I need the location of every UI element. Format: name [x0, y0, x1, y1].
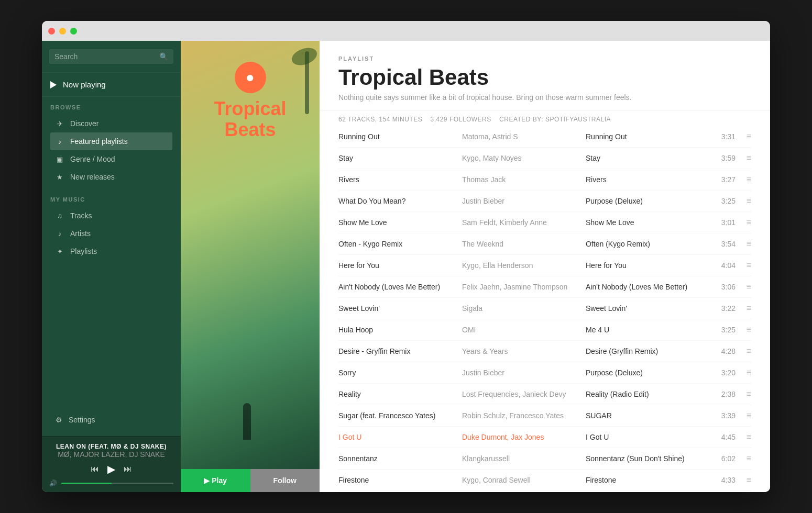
track-artist: Robin Schulz, Francesco Yates: [462, 411, 586, 420]
track-menu-icon[interactable]: ≡: [736, 175, 751, 184]
track-row[interactable]: Stay Kygo, Maty Noyes Stay 3:59 ≡: [338, 148, 751, 169]
track-row[interactable]: Sorry Justin Bieber Purpose (Deluxe) 3:2…: [338, 362, 751, 384]
track-row[interactable]: Rivers Thomas Jack Rivers 3:27 ≡: [338, 169, 751, 191]
track-menu-icon[interactable]: ≡: [736, 475, 751, 485]
track-menu-icon[interactable]: ≡: [736, 132, 751, 141]
title-bar: [42, 21, 770, 41]
playlist-header: PLAYLIST Tropical Beats Nothing quite sa…: [320, 41, 770, 110]
track-menu-icon[interactable]: ≡: [736, 304, 751, 313]
maximize-button[interactable]: [70, 28, 77, 35]
track-album: Rivers: [586, 175, 709, 184]
next-button[interactable]: ⏭: [124, 464, 132, 474]
track-menu-icon[interactable]: ≡: [736, 411, 751, 420]
player-controls: ⏮ ▶ ⏭: [49, 463, 173, 475]
play-pause-button[interactable]: ▶: [107, 463, 115, 475]
track-row[interactable]: Reality Lost Frequencies, Janieck Devy R…: [338, 384, 751, 405]
track-duration: 2:38: [709, 390, 736, 398]
follow-button[interactable]: Follow: [250, 469, 320, 492]
playlist-label: PLAYLIST: [338, 55, 751, 62]
sidebar-item-label: Tracks: [70, 211, 92, 220]
search-input[interactable]: [54, 52, 159, 61]
track-menu-icon[interactable]: ≡: [736, 454, 751, 463]
browse-section: BROWSE ✈ Discover ♪ Featured playlists ▣…: [42, 97, 181, 189]
track-menu-icon[interactable]: ≡: [736, 239, 751, 249]
track-menu-icon[interactable]: ≡: [736, 347, 751, 356]
track-artist: Years & Years: [462, 347, 586, 355]
followers-count: 3,429 FOLLOWERS: [431, 116, 491, 123]
track-duration: 4:45: [709, 433, 736, 441]
track-artist: Justin Bieber: [462, 369, 586, 377]
track-menu-icon[interactable]: ≡: [736, 218, 751, 227]
minimize-button[interactable]: [59, 28, 66, 35]
track-row[interactable]: What Do You Mean? Justin Bieber Purpose …: [338, 191, 751, 212]
track-row[interactable]: Firestone Kygo, Conrad Sewell Firestone …: [338, 470, 751, 491]
track-row[interactable]: Running Out Matoma, Astrid S Running Out…: [338, 126, 751, 148]
tracks-count: 62 TRACKS, 154 MINUTES: [338, 116, 422, 123]
play-button[interactable]: ▶ Play: [181, 469, 250, 492]
track-menu-icon[interactable]: ≡: [736, 153, 751, 163]
sidebar-item-label: Genre / Mood: [70, 155, 115, 163]
tracks-container: Running Out Matoma, Astrid S Running Out…: [338, 126, 751, 492]
track-menu-icon[interactable]: ≡: [736, 325, 751, 334]
track-row[interactable]: Show Me Love Sam Feldt, Kimberly Anne Sh…: [338, 212, 751, 233]
track-menu-icon[interactable]: ≡: [736, 389, 751, 399]
track-row[interactable]: Eyes Shut - Sam Feldt Remix Years & Year…: [338, 491, 751, 492]
track-title: LEAN ON (FEAT. MØ & DJ SNAKE): [49, 443, 173, 450]
track-row[interactable]: Hula Hoop OMI Me 4 U 3:25 ≡: [338, 319, 751, 341]
settings-item[interactable]: ⚙ Settings: [50, 411, 172, 429]
main-content: ● Tropical Beats ▶ Play Follow PLAYLIST …: [181, 41, 770, 492]
track-row[interactable]: Often - Kygo Remix The Weeknd Often (Kyg…: [338, 233, 751, 255]
sidebar-item-label: Featured playlists: [70, 137, 128, 146]
now-playing-nav[interactable]: Now playing: [42, 73, 181, 97]
track-menu-icon[interactable]: ≡: [736, 282, 751, 292]
track-artist: Lost Frequencies, Janieck Devy: [462, 390, 586, 398]
sidebar-item-genre[interactable]: ▣ Genre / Mood: [50, 150, 172, 168]
sidebar-item-new-releases[interactable]: ★ New releases: [50, 168, 172, 186]
track-row[interactable]: Sugar (feat. Francesco Yates) Robin Schu…: [338, 405, 751, 427]
discover-icon: ✈: [56, 120, 64, 128]
track-duration: 3:39: [709, 411, 736, 420]
track-name: Sugar (feat. Francesco Yates): [338, 411, 462, 420]
playlist-meta: 62 TRACKS, 154 MINUTES 3,429 FOLLOWERS C…: [338, 110, 751, 126]
sidebar-item-featured[interactable]: ♪ Featured playlists: [50, 132, 172, 150]
sidebar-item-playlists[interactable]: ✦ Playlists: [50, 242, 172, 260]
track-duration: 3:31: [709, 132, 736, 141]
track-album: Ain't Nobody (Loves Me Better): [586, 283, 709, 291]
sidebar-item-tracks[interactable]: ♫ Tracks: [50, 207, 172, 225]
track-row[interactable]: Sweet Lovin' Sigala Sweet Lovin' 3:22 ≡: [338, 298, 751, 319]
track-menu-icon[interactable]: ≡: [736, 261, 751, 270]
track-row[interactable]: Sonnentanz Klangkarussell Sonnentanz (Su…: [338, 448, 751, 470]
track-row[interactable]: Here for You Kygo, Ella Henderson Here f…: [338, 255, 751, 276]
sidebar-item-discover[interactable]: ✈ Discover: [50, 115, 172, 132]
sidebar-item-artists[interactable]: ♪ Artists: [50, 225, 172, 242]
track-duration: 3:01: [709, 218, 736, 227]
track-menu-icon[interactable]: ≡: [736, 368, 751, 377]
sidebar-item-label: Playlists: [70, 247, 97, 255]
track-row[interactable]: Ain't Nobody (Loves Me Better) Felix Jae…: [338, 276, 751, 298]
track-name: Sorry: [338, 369, 462, 377]
track-album: Me 4 U: [586, 326, 709, 334]
track-menu-icon[interactable]: ≡: [736, 196, 751, 206]
search-input-wrap[interactable]: 🔍: [49, 49, 173, 64]
track-duration: 3:06: [709, 283, 736, 291]
featured-icon: ♪: [56, 138, 64, 146]
track-album: Sonnentanz (Sun Don't Shine): [586, 454, 709, 463]
track-menu-icon[interactable]: ≡: [736, 432, 751, 442]
hero-section: ● Tropical Beats ▶ Play Follow: [181, 41, 320, 492]
playlist-detail: PLAYLIST Tropical Beats Nothing quite sa…: [320, 41, 770, 492]
browse-label: BROWSE: [50, 104, 172, 110]
track-duration: 4:33: [709, 476, 736, 484]
track-artist: Sigala: [462, 304, 586, 313]
settings-icon: ⚙: [56, 416, 62, 424]
sidebar-item-label: Artists: [70, 229, 91, 238]
volume-bar[interactable]: [61, 483, 173, 484]
prev-button[interactable]: ⏮: [91, 464, 99, 474]
playlist-description: Nothing quite says summer like a bit of …: [338, 93, 751, 102]
track-row[interactable]: Desire - Gryffin Remix Years & Years Des…: [338, 341, 751, 362]
track-artist: Kygo, Conrad Sewell: [462, 476, 586, 484]
track-album: Purpose (Deluxe): [586, 197, 709, 205]
close-button[interactable]: [48, 28, 55, 35]
track-row[interactable]: I Got U Duke Dumont, Jax Jones I Got U 4…: [338, 427, 751, 448]
track-album: Show Me Love: [586, 218, 709, 227]
track-duration: 3:25: [709, 197, 736, 205]
